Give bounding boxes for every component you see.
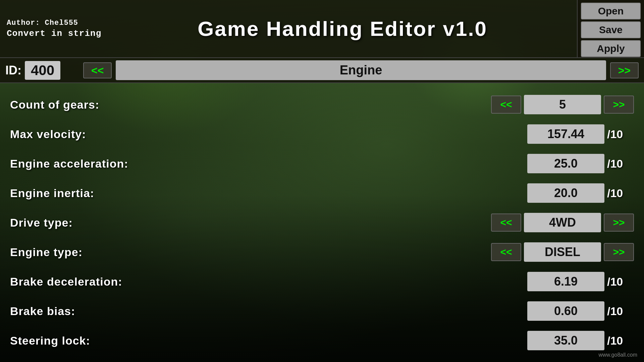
- param-suffix-6: /10: [607, 275, 634, 288]
- param-controls-0: <<5>>: [491, 95, 634, 114]
- top-left-info: Author: Chel555 Convert in string: [0, 0, 108, 57]
- param-row: Engine type:<<DISEL>>: [0, 237, 644, 267]
- content-area: Count of gears:<<5>>Max velocity:157.44/…: [0, 83, 644, 362]
- id-value: 400: [25, 61, 60, 80]
- param-suffix-2: /10: [607, 157, 634, 170]
- param-controls-4: <<4WD>>: [491, 213, 634, 232]
- param-value-0: 5: [524, 95, 601, 114]
- param-controls-7: 0.60/10: [527, 301, 634, 321]
- param-suffix-3: /10: [607, 187, 634, 200]
- param-row: Count of gears:<<5>>: [0, 90, 644, 119]
- open-button[interactable]: Open: [581, 3, 641, 19]
- nav-row: ID: 400 << Engine >>: [0, 58, 644, 83]
- param-value-4: 4WD: [524, 213, 601, 232]
- param-value-2: 25.0: [527, 154, 604, 173]
- apply-button[interactable]: Apply: [581, 40, 641, 57]
- param-next-btn-4[interactable]: >>: [604, 214, 634, 232]
- top-bar: Author: Chel555 Convert in string Game H…: [0, 0, 644, 58]
- watermark: www.go8all.com: [598, 352, 637, 358]
- param-row: Max velocity:157.44/10: [0, 119, 644, 149]
- param-value-6: 6.19: [527, 272, 604, 291]
- param-row: Drive type:<<4WD>>: [0, 208, 644, 237]
- param-label-2: Engine acceleration:: [10, 157, 198, 170]
- param-value-1: 157.44: [527, 124, 604, 144]
- section-name: Engine: [116, 60, 606, 80]
- prev-section-button[interactable]: <<: [83, 62, 112, 78]
- param-controls-3: 20.0/10: [527, 183, 634, 203]
- convert-label: Convert in string: [7, 28, 101, 39]
- save-button[interactable]: Save: [581, 21, 641, 38]
- param-label-0: Count of gears:: [10, 98, 198, 111]
- param-controls-8: 35.0/10: [527, 331, 634, 350]
- param-row: Engine inertia:20.0/10: [0, 178, 644, 208]
- param-row: Steering lock:35.0/10: [0, 326, 644, 355]
- param-prev-btn-5[interactable]: <<: [491, 243, 521, 261]
- param-row: Engine acceleration:25.0/10: [0, 149, 644, 178]
- action-buttons-panel: Open Save Apply: [577, 0, 644, 57]
- id-section: ID: 400: [5, 61, 79, 80]
- param-value-7: 0.60: [527, 301, 604, 321]
- next-section-button[interactable]: >>: [610, 62, 639, 78]
- param-label-8: Steering lock:: [10, 334, 198, 347]
- param-prev-btn-0[interactable]: <<: [491, 96, 521, 114]
- param-label-6: Brake deceleration:: [10, 275, 198, 288]
- param-suffix-1: /10: [607, 128, 634, 141]
- author-label: Author: Chel555: [7, 19, 101, 27]
- param-value-5: DISEL: [524, 242, 601, 262]
- param-label-4: Drive type:: [10, 216, 198, 229]
- param-value-3: 20.0: [527, 183, 604, 203]
- param-controls-2: 25.0/10: [527, 154, 634, 173]
- param-row: Brake bias:0.60/10: [0, 296, 644, 326]
- param-next-btn-5[interactable]: >>: [604, 243, 634, 261]
- param-row: Brake deceleration:6.19/10: [0, 267, 644, 296]
- param-label-7: Brake bias:: [10, 305, 198, 318]
- app-title: Game Handling Editor v1.0: [198, 17, 487, 41]
- param-suffix-7: /10: [607, 305, 634, 318]
- param-label-3: Engine inertia:: [10, 187, 198, 200]
- param-value-8: 35.0: [527, 331, 604, 350]
- id-label: ID:: [5, 63, 21, 77]
- ui-container: Author: Chel555 Convert in string Game H…: [0, 0, 644, 362]
- title-section: Game Handling Editor v1.0: [108, 0, 577, 57]
- param-controls-5: <<DISEL>>: [491, 242, 634, 262]
- param-prev-btn-4[interactable]: <<: [491, 214, 521, 232]
- param-controls-1: 157.44/10: [527, 124, 634, 144]
- param-controls-6: 6.19/10: [527, 272, 634, 291]
- param-next-btn-0[interactable]: >>: [604, 96, 634, 114]
- param-suffix-8: /10: [607, 334, 634, 347]
- param-label-1: Max velocity:: [10, 128, 198, 141]
- param-label-5: Engine type:: [10, 246, 198, 259]
